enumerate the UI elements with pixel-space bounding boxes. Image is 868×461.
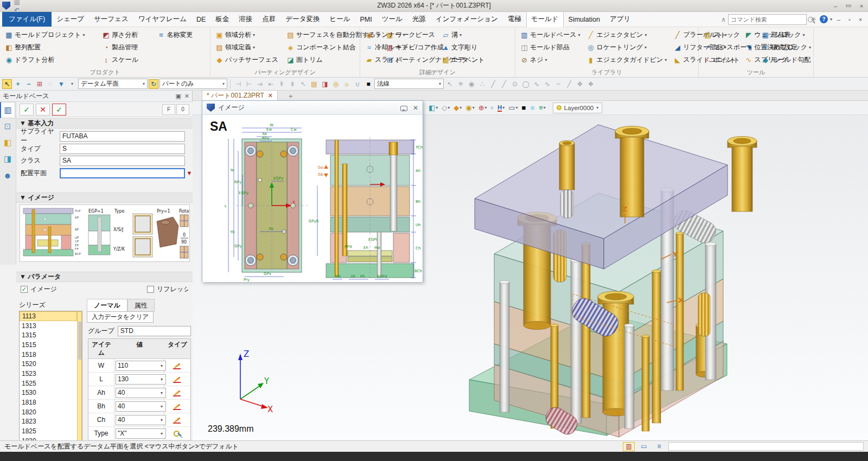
ribbon-button[interactable]: ◧整列配置	[3, 41, 97, 54]
section-parameters[interactable]: ▼ パラメータ	[16, 272, 193, 282]
param-value-cell[interactable]: 40▾	[114, 386, 164, 399]
apply-button[interactable]: ✓	[52, 104, 66, 116]
comment-icon[interactable]	[400, 106, 407, 111]
menu-pmi[interactable]: PMI	[355, 13, 377, 26]
series-item[interactable]: 1825	[20, 426, 77, 436]
param-type-icon[interactable]	[173, 375, 182, 383]
image-window-close-icon[interactable]: ✕	[413, 104, 418, 112]
polyline-icon[interactable]: ╱	[499, 79, 509, 89]
ribbon-button[interactable]: ◫モールド部品	[519, 41, 582, 54]
series-item[interactable]: 1818	[20, 398, 77, 407]
series-item[interactable]: 1823	[20, 417, 77, 427]
insert-datum-4-icon[interactable]: ⇟	[288, 79, 297, 89]
tab-box-icon[interactable]: ◧	[0, 135, 15, 151]
gear-point-icon[interactable]: ✳	[456, 79, 465, 89]
series-list[interactable]: 1113131313151515151815201523152515301818…	[19, 311, 82, 445]
series-item[interactable]: 1518	[20, 350, 77, 360]
supplier-input[interactable]: FUTABA	[60, 131, 185, 142]
insert-datum-3-icon[interactable]: ⇞	[277, 79, 286, 89]
ribbon-button[interactable]: ▰スライド	[363, 54, 437, 66]
param-value-cell[interactable]: 40▾	[114, 413, 164, 426]
menu-visualize[interactable]: 光源	[407, 12, 431, 27]
ribbon-button[interactable]: ↗エクスポート	[702, 41, 756, 54]
panel-close-icon[interactable]: ✕	[184, 93, 189, 100]
ribbon-button[interactable]: ≈冷却ループ▾	[363, 41, 437, 54]
play-circle-icon[interactable]: ◉	[467, 79, 476, 89]
ok-button[interactable]: ✓	[20, 104, 34, 116]
ribbon-button[interactable]: ↕スケール	[100, 54, 152, 66]
menu-dataexchange[interactable]: データ変換	[280, 12, 324, 27]
scope-icon[interactable]: ↻	[149, 79, 158, 89]
arc3-icon[interactable]: ~	[553, 79, 563, 89]
select-cursor-icon[interactable]: ↖	[2, 79, 12, 89]
ribbon-button[interactable]: ╱エジェクタピン▾	[585, 29, 668, 41]
fillet-icon[interactable]: ❖	[575, 79, 585, 89]
document-list-icon[interactable]: ≡	[653, 442, 665, 451]
refresh-checkbox[interactable]: ✓	[147, 286, 154, 293]
insert-datum-2-icon[interactable]: ⇤	[266, 79, 276, 89]
menu-apps[interactable]: アプリ	[605, 12, 635, 27]
lasso-icon[interactable]: ◌	[46, 79, 55, 89]
minimize-button[interactable]: –	[829, 1, 842, 11]
param-type-icon[interactable]	[173, 429, 182, 438]
type-input[interactable]: S	[60, 144, 185, 154]
param-value-cell[interactable]: 110▾	[114, 359, 164, 372]
series-item[interactable]: 1820	[20, 407, 77, 417]
f-button[interactable]: F	[162, 104, 175, 115]
insert-datum-1-icon[interactable]: ⇥	[255, 79, 265, 89]
ribbon-button[interactable]: ◩厚さ分析	[100, 29, 152, 41]
series-item[interactable]: 1525	[20, 379, 77, 388]
add-entity-icon[interactable]: +	[13, 79, 23, 89]
sheet-icon[interactable]: ◨	[320, 79, 330, 89]
image-window-titlebar[interactable]: イメージ ✕	[202, 101, 423, 115]
menu-weld[interactable]: 溶接	[234, 12, 257, 27]
series-item[interactable]: 1315	[20, 330, 77, 340]
part-filter-dropdown[interactable]: パートのみ▾	[159, 79, 227, 89]
curve-icon[interactable]: ∿	[542, 79, 552, 89]
tab-normal[interactable]: ノーマル	[87, 299, 127, 312]
help-dropdown-arrow[interactable]: ▾	[830, 17, 832, 22]
new-tab-button[interactable]: +	[285, 92, 296, 100]
menu-pointcloud[interactable]: 点群	[257, 12, 280, 27]
ribbon-button[interactable]: ◎ロケートリング▾	[585, 41, 668, 54]
ribbon-button[interactable]: ✳環境設定	[760, 41, 814, 54]
image-window[interactable]: イメージ ✕ SA	[202, 100, 423, 282]
bucket-icon[interactable]: ◎	[331, 79, 341, 89]
restore-button[interactable]: ▭	[842, 1, 855, 11]
series-scrollbar[interactable]	[77, 311, 82, 445]
tab-moldbase-icon[interactable]: ▥	[0, 102, 15, 118]
datum-plane-dropdown[interactable]: データム平面▾	[78, 79, 148, 89]
menu-shape[interactable]: シェープ	[52, 12, 89, 27]
series-item[interactable]: 1530	[20, 388, 77, 398]
ribbon-button[interactable]: ◉ドラフト分析	[3, 54, 97, 66]
ribbon-collapse-icon[interactable]: ∧	[721, 16, 726, 23]
document-tab[interactable]: * パート001.Z3PRT ✕	[202, 90, 278, 100]
monitor-icon[interactable]: ▭	[638, 442, 650, 451]
ribbon-button[interactable]: ▦モールドプロジェクト▾	[3, 29, 97, 41]
menu-tools[interactable]: ツール	[377, 12, 407, 27]
ribbon-button[interactable]: ▨領域定義▾	[214, 41, 282, 54]
menu-file[interactable]: ファイル(F)	[2, 12, 52, 27]
cursor-icon[interactable]: ↖	[445, 79, 455, 89]
series-item[interactable]: 1520	[20, 359, 77, 369]
spline-icon[interactable]: ∿	[532, 79, 541, 89]
menu-surface[interactable]: サーフェス	[89, 12, 133, 27]
print-preview-icon[interactable]: ▥	[12, 0, 21, 6]
ribbon-button[interactable]: ▥モールドベース▾	[519, 29, 582, 41]
bulb-icon[interactable]: ☼	[342, 79, 352, 89]
tab-close-icon[interactable]: ✕	[268, 92, 273, 99]
lock-icon[interactable]: ⊢	[244, 79, 254, 89]
doc-restore-button[interactable]: ▫	[845, 14, 854, 25]
filter-icon[interactable]: ▼	[56, 79, 66, 89]
ribbon-button[interactable]: ▦部品表	[760, 29, 814, 41]
help-icon[interactable]: ?	[820, 15, 828, 23]
ribbon-button[interactable]: ◆モールド勾配	[760, 54, 814, 66]
ellipse-icon[interactable]: ◯	[521, 79, 531, 89]
ribbon-button[interactable]: ◔製品管理	[100, 41, 152, 54]
menu-wireframe[interactable]: ワイヤフレーム	[133, 12, 192, 27]
line-icon[interactable]: ╱	[488, 79, 498, 89]
doc-close-button[interactable]: ×	[856, 14, 865, 25]
cancel-button[interactable]: ✕	[36, 104, 50, 116]
menu-simulation[interactable]: Simulation	[564, 13, 605, 26]
ribbon-button[interactable]: ▦エアベント	[440, 54, 512, 66]
